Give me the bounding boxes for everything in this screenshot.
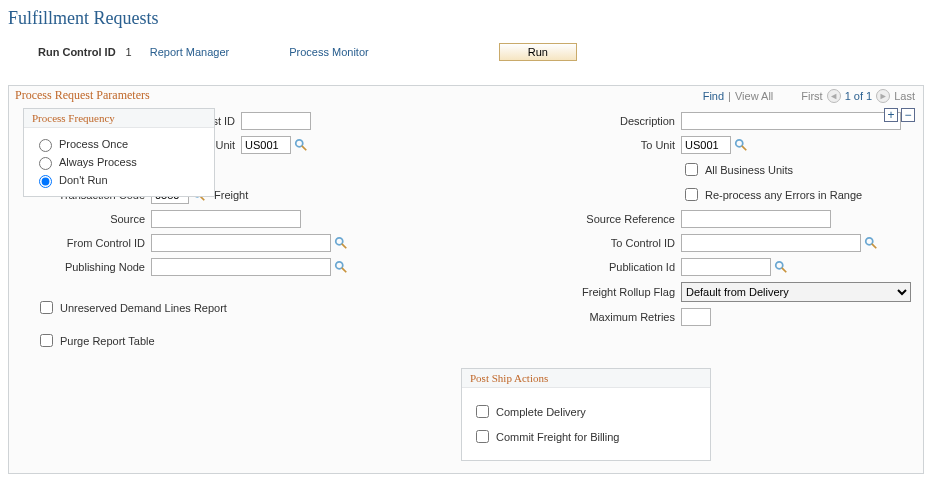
find-link[interactable]: Find bbox=[703, 90, 724, 102]
unit-lookup-icon[interactable] bbox=[294, 138, 308, 152]
svg-line-13 bbox=[782, 268, 786, 272]
from-control-id-lookup-icon[interactable] bbox=[334, 236, 348, 250]
remove-row-button[interactable]: − bbox=[901, 108, 915, 122]
commit-freight-checkbox[interactable] bbox=[476, 430, 489, 443]
svg-line-1 bbox=[302, 146, 306, 150]
process-request-parameters-section: Process Request Parameters Find | View A… bbox=[8, 85, 924, 474]
run-control-row: Run Control ID 1 Report Manager Process … bbox=[8, 43, 924, 61]
next-arrow-icon[interactable]: ► bbox=[876, 89, 890, 103]
from-control-id-label: From Control ID bbox=[21, 237, 151, 249]
first-text: First bbox=[801, 90, 822, 102]
svg-point-0 bbox=[296, 140, 303, 147]
unreserved-demand-label: Unreserved Demand Lines Report bbox=[60, 302, 227, 314]
source-reference-input[interactable] bbox=[681, 210, 831, 228]
svg-point-10 bbox=[336, 262, 343, 269]
process-monitor-link[interactable]: Process Monitor bbox=[289, 46, 368, 58]
svg-point-12 bbox=[776, 262, 783, 269]
report-manager-link[interactable]: Report Manager bbox=[150, 46, 230, 58]
process-frequency-group: Process Frequency Process Once Always Pr… bbox=[23, 108, 215, 197]
purge-report-checkbox[interactable] bbox=[40, 334, 53, 347]
run-button[interactable]: Run bbox=[499, 43, 577, 61]
page-title: Fulfillment Requests bbox=[8, 8, 924, 29]
svg-line-3 bbox=[742, 146, 746, 150]
svg-line-7 bbox=[342, 244, 346, 248]
unit-input[interactable] bbox=[241, 136, 291, 154]
prev-arrow-icon[interactable]: ◄ bbox=[827, 89, 841, 103]
to-control-id-lookup-icon[interactable] bbox=[864, 236, 878, 250]
svg-line-11 bbox=[342, 268, 346, 272]
to-control-id-input[interactable] bbox=[681, 234, 861, 252]
view-all-link[interactable]: View All bbox=[735, 90, 773, 102]
publication-id-label: Publication Id bbox=[461, 261, 681, 273]
publishing-node-lookup-icon[interactable] bbox=[334, 260, 348, 274]
svg-point-8 bbox=[866, 238, 873, 245]
publishing-node-input[interactable] bbox=[151, 258, 331, 276]
run-control-label: Run Control ID bbox=[38, 46, 116, 58]
publication-id-lookup-icon[interactable] bbox=[774, 260, 788, 274]
freight-rollup-label: Freight Rollup Flag bbox=[461, 286, 681, 298]
all-business-units-checkbox[interactable] bbox=[685, 163, 698, 176]
process-once-radio[interactable]: Process Once bbox=[34, 136, 204, 152]
svg-point-2 bbox=[736, 140, 743, 147]
reprocess-errors-checkbox[interactable] bbox=[685, 188, 698, 201]
source-reference-label: Source Reference bbox=[461, 213, 681, 225]
description-input[interactable] bbox=[681, 112, 901, 130]
section-title: Process Request Parameters bbox=[15, 88, 150, 103]
always-process-radio[interactable]: Always Process bbox=[34, 154, 204, 170]
add-row-button[interactable]: + bbox=[884, 108, 898, 122]
transaction-code-desc: Freight bbox=[214, 189, 248, 201]
complete-delivery-label: Complete Delivery bbox=[496, 406, 586, 418]
record-range: 1 of 1 bbox=[845, 90, 873, 102]
source-input[interactable] bbox=[151, 210, 301, 228]
maximum-retries-input[interactable] bbox=[681, 308, 711, 326]
source-label: Source bbox=[21, 213, 151, 225]
publishing-node-label: Publishing Node bbox=[21, 261, 151, 273]
unreserved-demand-checkbox[interactable] bbox=[40, 301, 53, 314]
grid-navigation: Find | View All First ◄ 1 of 1 ► Last bbox=[703, 89, 915, 103]
process-frequency-title: Process Frequency bbox=[24, 109, 214, 128]
to-unit-label: To Unit bbox=[461, 139, 681, 151]
to-control-id-label: To Control ID bbox=[461, 237, 681, 249]
dont-run-radio[interactable]: Don't Run bbox=[34, 172, 204, 188]
to-unit-input[interactable] bbox=[681, 136, 731, 154]
svg-point-6 bbox=[336, 238, 343, 245]
post-ship-actions-group: Post Ship Actions Complete Delivery Comm… bbox=[461, 368, 711, 461]
reprocess-errors-label: Re-process any Errors in Range bbox=[705, 189, 862, 201]
svg-line-9 bbox=[872, 244, 876, 248]
to-unit-lookup-icon[interactable] bbox=[734, 138, 748, 152]
complete-delivery-checkbox[interactable] bbox=[476, 405, 489, 418]
last-text: Last bbox=[894, 90, 915, 102]
purge-report-label: Purge Report Table bbox=[60, 335, 155, 347]
freight-rollup-select[interactable]: Default from Delivery bbox=[681, 282, 911, 302]
all-business-units-label: All Business Units bbox=[705, 164, 793, 176]
commit-freight-label: Commit Freight for Billing bbox=[496, 431, 619, 443]
run-control-id: 1 bbox=[126, 46, 132, 58]
description-label: Description bbox=[461, 115, 681, 127]
add-remove-row-controls: + − bbox=[884, 108, 915, 122]
maximum-retries-label: Maximum Retries bbox=[461, 311, 681, 323]
request-id-input[interactable] bbox=[241, 112, 311, 130]
post-ship-title: Post Ship Actions bbox=[462, 369, 710, 388]
from-control-id-input[interactable] bbox=[151, 234, 331, 252]
publication-id-input[interactable] bbox=[681, 258, 771, 276]
